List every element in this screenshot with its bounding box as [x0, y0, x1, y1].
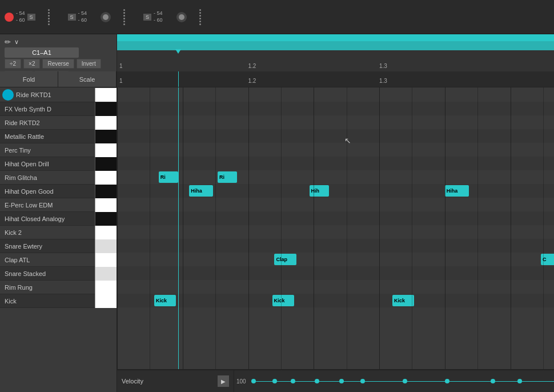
beat-marker-13: 1.3 [379, 78, 387, 84]
playhead-line-header [178, 71, 179, 87]
instrument-row-2[interactable]: Ride RKTD2 [0, 116, 117, 130]
instrument-row-9[interactable]: Hihat Closed Analogy [0, 212, 117, 226]
instrument-name-8: E-Perc Low EDM [0, 202, 95, 209]
grid-row-3[interactable] [117, 129, 554, 143]
velocity-dot-9[interactable] [517, 379, 522, 383]
instrument-name-13: Snare Stacked [0, 270, 95, 277]
velocity-dot-5[interactable] [360, 379, 365, 383]
velocity-label: Velocity [122, 378, 143, 385]
instrument-name-4: Perc Tiny [0, 147, 95, 154]
scale-button[interactable]: Scale [58, 71, 117, 87]
grid-row-4[interactable] [117, 143, 554, 157]
instrument-row-13[interactable]: Snare Stacked [0, 267, 117, 281]
instrument-name-10: Kick 2 [0, 229, 95, 236]
instrument-name-9: Hihat Closed Analogy [0, 215, 95, 222]
record-button[interactable] [5, 13, 14, 22]
timeline-marker-3: 1.3 [379, 63, 387, 69]
midi-note-clap-2[interactable]: C [541, 254, 554, 265]
fold-button[interactable]: Fold [0, 71, 58, 87]
instrument-row-7[interactable]: Hihat Open Good [0, 185, 117, 198]
beat-marker-1: 1 [119, 78, 123, 84]
grid-row-6[interactable]: Ri Ri [117, 170, 554, 184]
speaker-icon [2, 89, 14, 101]
chevron-icon[interactable]: ∨ [14, 38, 19, 46]
grid-rows-container: Ri Ri Hiha Hih Hiha Clap C [117, 87, 554, 369]
instrument-name-15: Kick [0, 298, 95, 305]
instrument-row-3[interactable]: Metallic Rattle [0, 130, 117, 143]
velocity-dot-0[interactable] [251, 379, 256, 383]
velocity-dot-4[interactable] [339, 379, 344, 383]
reverse-button[interactable]: Reverse [42, 59, 74, 69]
instrument-row-4[interactable]: Perc Tiny [0, 143, 117, 157]
grid-row-13[interactable] [117, 266, 554, 280]
grid-row-0[interactable] [117, 87, 554, 102]
velocity-dot-2[interactable] [291, 379, 295, 383]
instrument-row-14[interactable]: Rim Rung [0, 281, 117, 294]
channel-menu-1[interactable] [47, 8, 51, 26]
solo-button-2[interactable]: S [68, 14, 76, 21]
grid-row-5[interactable] [117, 157, 554, 170]
invert-button[interactable]: Invert [77, 59, 101, 69]
instrument-name-6: Rim Glitcha [0, 174, 95, 181]
midi-note-hiha-1[interactable]: Hiha [189, 185, 213, 197]
midi-note-ri-1[interactable]: Ri [159, 171, 178, 183]
grid-area[interactable]: 1 1.2 1.3 [117, 71, 554, 392]
div2-button[interactable]: ÷2 [5, 59, 21, 69]
instrument-panel: Fold Scale Ride RKTD1 FX Verb Synth D Ri… [0, 71, 117, 392]
grid-row-9[interactable] [117, 211, 554, 225]
grid-row-11[interactable] [117, 239, 554, 253]
instrument-row-5[interactable]: Hihat Open Drill [0, 157, 117, 171]
instrument-row-6[interactable]: Rim Glitcha [0, 171, 117, 185]
midi-note-kick-1[interactable]: Kick [154, 295, 176, 306]
velocity-dot-3[interactable] [315, 379, 319, 383]
grid-row-1[interactable] [117, 102, 554, 115]
pencil-icon[interactable]: ✏ [5, 38, 11, 46]
instrument-list: Ride RKTD1 FX Verb Synth D Ride RKTD2 Me… [0, 87, 117, 392]
grid-row-15[interactable]: Kick Kick Kick [117, 294, 554, 307]
instrument-row-0[interactable]: Ride RKTD1 [0, 87, 117, 102]
midi-note-clap-1[interactable]: Clap [274, 254, 296, 265]
velocity-dot-6[interactable] [403, 379, 407, 383]
instrument-name-2: Ride RKTD2 [0, 119, 95, 126]
timeline-marker-1: 1 [119, 63, 123, 69]
grid-row-14[interactable] [117, 280, 554, 294]
instrument-name-7: Hihat Open Good [0, 188, 95, 195]
channel-menu-2[interactable] [122, 8, 126, 26]
midi-note-hiha-2[interactable]: Hiha [445, 185, 469, 197]
instrument-name-14: Rim Rung [0, 284, 95, 291]
fold-scale-row: Fold Scale [0, 71, 117, 87]
velocity-lane: Velocity ▶ 100 [117, 369, 554, 392]
loop-play-button[interactable]: ▶ [218, 375, 229, 387]
instrument-row-12[interactable]: Clap ATL [0, 253, 117, 267]
midi-note-ri-2[interactable]: Ri [218, 171, 237, 183]
grid-row-8[interactable] [117, 198, 554, 211]
grid-row-10[interactable] [117, 225, 554, 239]
midi-note-kick-2[interactable]: Kick [272, 295, 294, 306]
instrument-row-10[interactable]: Kick 2 [0, 226, 117, 239]
velocity-dot-1[interactable] [272, 379, 277, 383]
playhead-line [178, 87, 179, 369]
instrument-row-1[interactable]: FX Verb Synth D [0, 102, 117, 116]
instrument-name-12: Clap ATL [0, 257, 95, 263]
channel-menu-3[interactable] [198, 8, 202, 26]
solo-button-1[interactable]: S [27, 14, 35, 21]
grid-row-2[interactable] [117, 115, 554, 129]
main-area: Fold Scale Ride RKTD1 FX Verb Synth D Ri… [0, 71, 554, 392]
playhead-triangle [175, 49, 181, 54]
left-panel-header: ✏ ∨ C1–A1 ÷2 ×2 Reverse Invert Legato Du… [0, 34, 117, 71]
timeline-bar [117, 34, 554, 41]
midi-note-kick-3[interactable]: Kick [392, 295, 414, 306]
instrument-row-8[interactable]: E-Perc Low EDM [0, 198, 117, 212]
velocity-dot-8[interactable] [491, 379, 495, 383]
instrument-row-15[interactable]: Kick [0, 294, 117, 308]
instrument-name-3: Metallic Rattle [0, 133, 95, 140]
instrument-row-11[interactable]: Snare Ewtery [0, 239, 117, 253]
mul2-button[interactable]: ×2 [23, 59, 40, 69]
note-range-display: C1–A1 [5, 47, 79, 58]
grid-row-7[interactable]: Hiha Hih Hiha [117, 184, 554, 198]
velocity-dot-7[interactable] [445, 379, 449, 383]
solo-button-3[interactable]: S [143, 14, 151, 21]
midi-note-hih-1[interactable]: Hih [310, 185, 329, 197]
mixer-strip: - 54 - 60 S S - 54 - 60 S - 54 - 60 [0, 0, 554, 34]
grid-row-12[interactable]: Clap C [117, 253, 554, 266]
